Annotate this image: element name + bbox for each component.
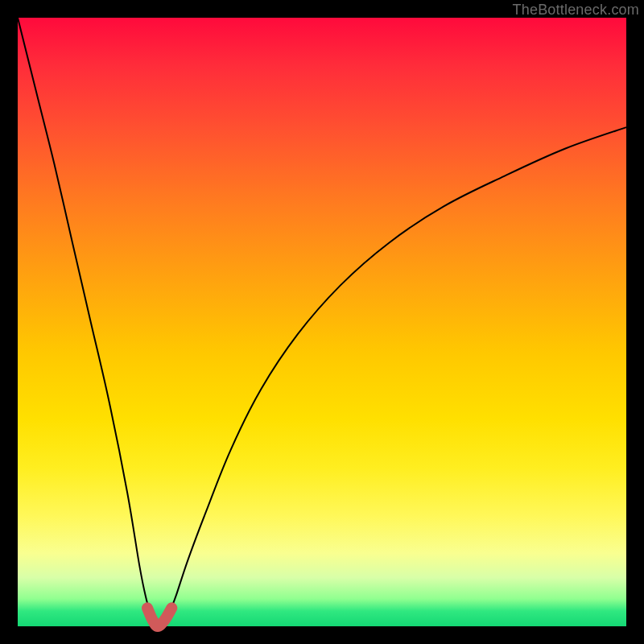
chart-frame	[18, 18, 626, 626]
watermark-text: TheBottleneck.com	[513, 2, 639, 19]
bottleneck-curve	[18, 18, 626, 626]
bottleneck-curve-plot	[18, 18, 626, 626]
low-bottleneck-highlight	[147, 608, 171, 626]
